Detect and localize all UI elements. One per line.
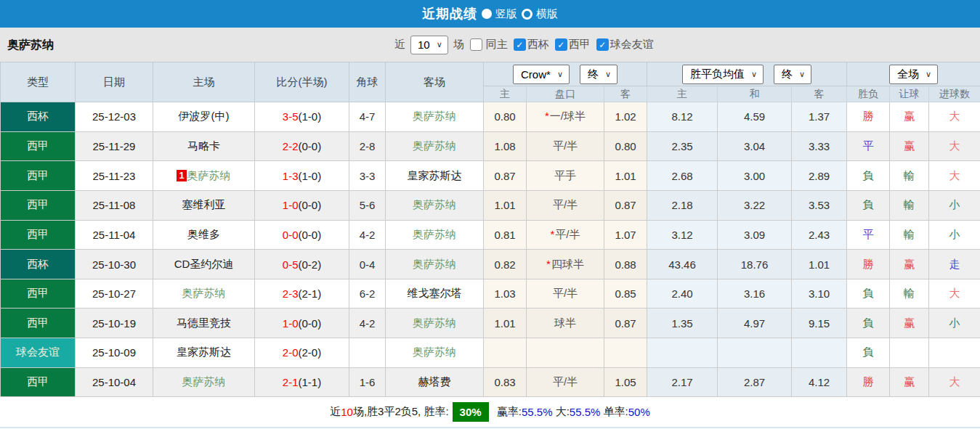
home-team-name: 马略卡 (187, 139, 220, 152)
match-date-cell: 25-11-04 (76, 220, 153, 250)
halftime-score: (0-0) (299, 229, 322, 241)
avg-home-cell: 43.46 (647, 250, 718, 279)
score-cell: 2-1(1-1) (255, 367, 349, 397)
checkbox-la-liga[interactable]: ✓ (555, 38, 567, 51)
avg-stage-select[interactable]: 终 (774, 65, 811, 84)
odds-home-cell: 0.82 (484, 250, 527, 279)
recent-count-select[interactable]: 10 (410, 36, 448, 54)
home-team-name: 马德里竞技 (177, 316, 231, 329)
subcol-goals-result: 进球数 (929, 86, 980, 102)
odds-provider-value: Crow* (521, 68, 551, 81)
fulltime-score: 2-1 (283, 376, 299, 388)
avg-home-cell: 1.35 (647, 309, 718, 338)
radio-horizontal-label[interactable]: 横版 (536, 7, 558, 21)
avg-draw-cell: 3.16 (718, 279, 792, 309)
odds-away-cell: 1.07 (604, 220, 647, 250)
result-goals-cell (929, 338, 980, 368)
summary-segment: 10 (341, 406, 353, 418)
table-row: 西杯 25-12-03 伊波罗(中) 3-5(1-0) 4-7 奥萨苏纳 0.8… (1, 102, 980, 132)
odds-home-cell: 0.83 (484, 367, 527, 397)
avg-draw-cell: 3.22 (718, 190, 792, 220)
handicap-cell: 平/半 (527, 131, 604, 161)
odds-away-cell: 1.05 (604, 367, 647, 397)
home-team-cell: 1奥萨苏纳 (153, 161, 255, 191)
match-type-cell: 球会友谊 (1, 338, 76, 368)
handicap-text: 平/半 (553, 198, 578, 211)
away-team-cell: 奥萨苏纳 (386, 102, 484, 132)
col-date: 日期 (76, 62, 153, 102)
checkbox-same-home[interactable] (470, 38, 482, 51)
radio-vertical-layout[interactable] (482, 9, 492, 19)
radio-horizontal-layout[interactable] (522, 9, 532, 20)
away-team-cell: 赫塔费 (386, 367, 484, 397)
checkbox-club-friendly[interactable]: ✓ (596, 38, 609, 51)
checkbox-label-club-friendly[interactable]: 球会友谊 (610, 38, 654, 52)
radio-vertical-label[interactable]: 竖版 (495, 7, 517, 21)
corner-cell: 6-2 (349, 279, 386, 309)
corner-cell (349, 338, 386, 368)
subcol-outcome: 胜负 (847, 86, 890, 102)
fulltime-score: 1-0 (283, 317, 299, 330)
avg-home-cell: 2.18 (647, 190, 718, 220)
home-team-cell: 奥萨苏纳 (153, 279, 255, 309)
summary-segment: 单率: (600, 405, 628, 419)
fulltime-score: 0-5 (283, 258, 299, 271)
corner-cell: 5-6 (349, 190, 386, 220)
avg-source-select[interactable]: 胜平负均值 (682, 65, 764, 84)
avg-draw-cell: 4.97 (718, 309, 792, 338)
odds-away-cell: 0.85 (604, 279, 647, 309)
table-row: 西甲 25-11-04 奥维多 0-0(0-0) 4-2 奥萨苏纳 0.81 *… (1, 220, 980, 250)
odds-home-cell: 0.80 (484, 102, 527, 132)
match-type-cell: 西甲 (1, 190, 76, 220)
avg-home-cell: 3.12 (647, 220, 718, 250)
checkbox-west-cup[interactable]: ✓ (514, 38, 526, 51)
score-cell: 1-0(0-0) (255, 309, 349, 338)
result-goals-cell: 大 (929, 131, 980, 161)
odds-stage-select[interactable]: 终 (580, 65, 617, 84)
fulltime-score: 2-2 (283, 140, 299, 152)
table-row: 西甲 25-11-23 1奥萨苏纳 1-3(1-0) 3-3 皇家苏斯达 0.8… (1, 161, 980, 191)
corner-cell: 4-7 (349, 102, 386, 132)
result-outcome-cell: 負 (847, 190, 890, 220)
col-type: 类型 (1, 62, 76, 102)
fulltime-score: 2-0 (283, 346, 299, 359)
chevron-down-icon (557, 70, 563, 78)
corner-cell: 2-8 (349, 131, 386, 161)
away-team-cell: 奥萨苏纳 (386, 220, 484, 250)
handicap-text: 平/半 (555, 228, 580, 240)
checkbox-label-west-cup[interactable]: 西杯 (527, 38, 549, 52)
title-bar: 近期战绩 竖版 横版 (0, 0, 980, 28)
scope-group-header: 全场 (847, 62, 980, 86)
halftime-score: (1-1) (299, 376, 322, 388)
odds-away-cell (604, 338, 647, 368)
filters: 近 10 场 同主✓西杯✓西甲✓球会友谊 (394, 36, 654, 54)
avg-group-header: 胜平负均值 终 (647, 62, 847, 86)
odds-provider-select[interactable]: Crow* (513, 65, 570, 84)
win-rate-badge: 30% (453, 402, 489, 422)
score-cell: 1-0(0-0) (255, 190, 349, 220)
summary-segment: 近 (330, 405, 341, 419)
away-team-name: 奥萨苏纳 (413, 110, 456, 122)
match-date-cell: 25-12-03 (76, 102, 153, 132)
result-handicap-cell (890, 338, 929, 368)
result-goals-cell: 大 (929, 279, 980, 309)
scope-select[interactable]: 全场 (889, 65, 938, 84)
match-date-cell: 25-11-23 (76, 161, 153, 191)
checkbox-label-same-home[interactable]: 同主 (486, 38, 508, 52)
odds-away-cell: 1.01 (604, 161, 647, 191)
avg-home-cell: 8.12 (647, 102, 718, 132)
summary-segment: 赢率: (494, 405, 522, 419)
checkbox-label-la-liga[interactable]: 西甲 (569, 38, 591, 52)
home-team-cell: 奥维多 (153, 220, 255, 250)
scope-value: 全场 (897, 68, 919, 81)
score-cell: 2-3(2-1) (255, 279, 349, 309)
odds-home-cell: 1.01 (484, 309, 527, 338)
odds-group-header: Crow* 终 (484, 62, 647, 86)
subcol-avg-draw: 和 (718, 86, 792, 102)
away-team-cell: 皇家苏斯达 (386, 161, 484, 191)
result-goals-cell: 大 (929, 161, 980, 191)
away-team-name: 奥萨苏纳 (413, 139, 456, 152)
filter-bar: 奥萨苏纳 近 10 场 同主✓西杯✓西甲✓球会友谊 (0, 28, 980, 62)
halftime-score: (0-0) (299, 140, 322, 152)
corner-cell: 4-2 (349, 220, 386, 250)
